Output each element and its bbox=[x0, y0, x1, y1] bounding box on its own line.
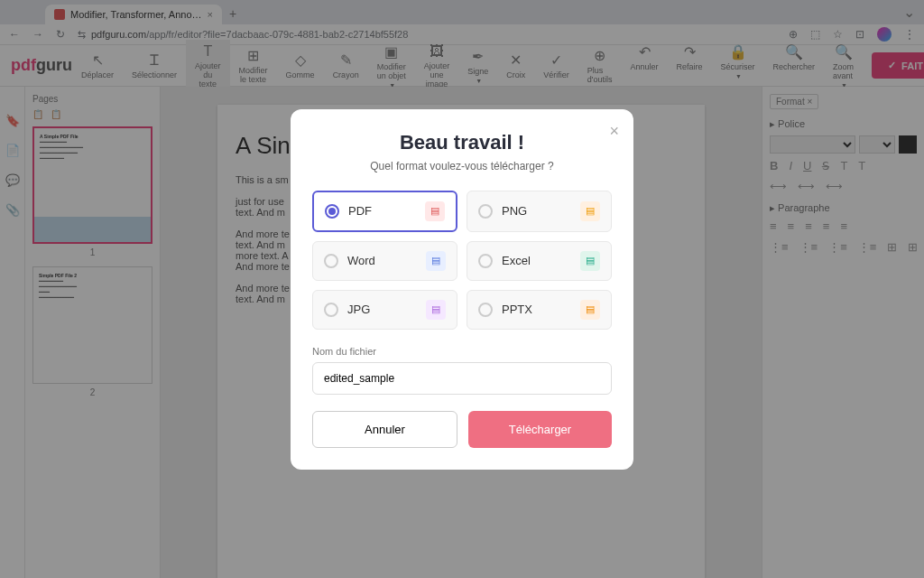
radio-icon bbox=[324, 303, 338, 317]
pptx-badge-icon: ▤ bbox=[580, 300, 600, 320]
radio-icon bbox=[478, 204, 493, 219]
modal-title: Beau travail ! bbox=[312, 131, 612, 154]
excel-badge-icon: ▤ bbox=[580, 251, 600, 271]
filename-label: Nom du fichier bbox=[312, 346, 612, 357]
radio-icon bbox=[324, 254, 338, 268]
jpg-badge-icon: ▤ bbox=[426, 300, 446, 320]
pdf-badge-icon: ▤ bbox=[425, 201, 445, 221]
filename-input[interactable] bbox=[312, 362, 612, 395]
cancel-button[interactable]: Annuler bbox=[312, 411, 457, 448]
download-button[interactable]: Télécharger bbox=[468, 411, 612, 448]
format-option-pdf[interactable]: PDF▤ bbox=[312, 191, 457, 232]
word-badge-icon: ▤ bbox=[426, 251, 446, 271]
modal-subtitle: Quel format voulez-vous télécharger ? bbox=[312, 160, 612, 172]
radio-icon bbox=[478, 254, 493, 268]
format-option-png[interactable]: PNG▤ bbox=[467, 191, 612, 232]
format-option-word[interactable]: Word▤ bbox=[312, 241, 457, 281]
modal-overlay: × Beau travail ! Quel format voulez-vous… bbox=[0, 0, 924, 578]
format-option-excel[interactable]: Excel▤ bbox=[467, 241, 612, 281]
export-modal: × Beau travail ! Quel format voulez-vous… bbox=[291, 109, 633, 470]
close-icon[interactable]: × bbox=[609, 122, 619, 141]
png-badge-icon: ▤ bbox=[580, 201, 600, 221]
radio-icon bbox=[325, 204, 339, 219]
radio-icon bbox=[478, 303, 493, 317]
format-option-jpg[interactable]: JPG▤ bbox=[312, 290, 457, 330]
format-option-pptx[interactable]: PPTX▤ bbox=[467, 290, 612, 330]
